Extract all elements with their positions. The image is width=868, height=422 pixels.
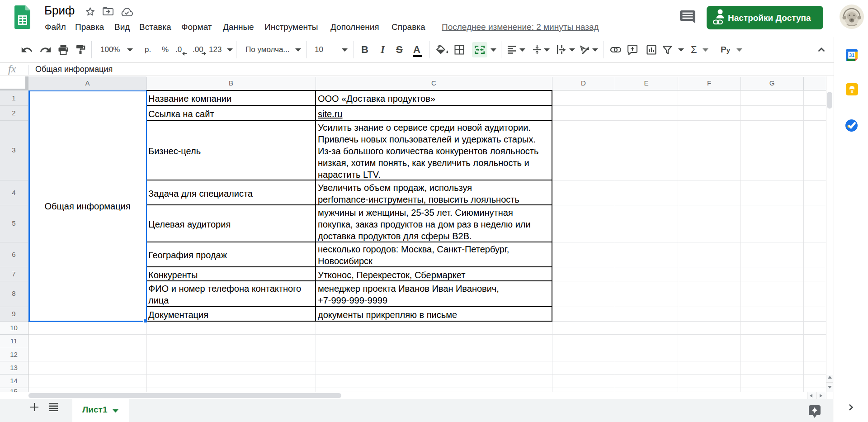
svg-text:31: 31: [849, 52, 854, 58]
